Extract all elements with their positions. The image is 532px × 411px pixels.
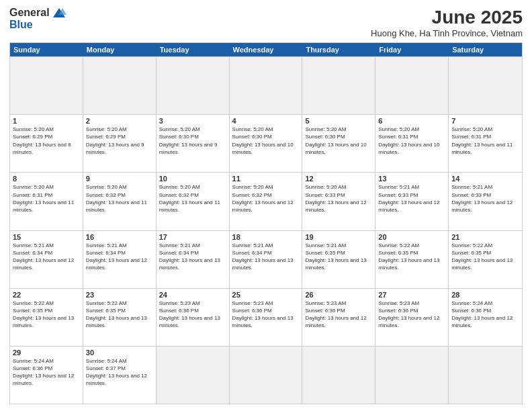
day-info: Sunrise: 5:21 AMSunset: 6:34 PMDaylight:…: [86, 242, 153, 272]
calendar-header-row: SundayMondayTuesdayWednesdayThursdayFrid…: [10, 43, 522, 56]
day-number: 5: [305, 117, 372, 125]
header: General Blue June 2025 Huong Khe, Ha Tin…: [9, 7, 523, 38]
calendar-week-row: 8Sunrise: 5:20 AMSunset: 6:31 PMDaylight…: [10, 172, 522, 230]
day-number: 26: [305, 291, 372, 299]
title-block: June 2025 Huong Khe, Ha Tinh Province, V…: [371, 7, 523, 38]
logo-blue-text: Blue: [9, 19, 33, 31]
day-info: Sunrise: 5:24 AMSunset: 6:36 PMDaylight:…: [451, 300, 519, 330]
day-info: Sunrise: 5:22 AMSunset: 6:35 PMDaylight:…: [451, 242, 519, 272]
day-number: 13: [378, 175, 445, 183]
day-number: 4: [232, 117, 300, 125]
calendar-cell: [375, 347, 449, 404]
calendar-cell: 23Sunrise: 5:22 AMSunset: 6:35 PMDayligh…: [83, 289, 157, 346]
day-info: Sunrise: 5:20 AMSunset: 6:31 PMDaylight:…: [13, 183, 80, 214]
calendar-header-cell: Saturday: [449, 43, 522, 56]
day-number: 20: [378, 233, 445, 241]
logo: General Blue: [9, 7, 66, 31]
calendar: SundayMondayTuesdayWednesdayThursdayFrid…: [9, 42, 523, 404]
day-info: Sunrise: 5:20 AMSunset: 6:30 PMDaylight:…: [305, 126, 372, 156]
day-number: 15: [13, 233, 80, 241]
calendar-cell: [157, 57, 230, 114]
calendar-cell: 15Sunrise: 5:21 AMSunset: 6:34 PMDayligh…: [10, 231, 83, 288]
calendar-cell: [375, 57, 449, 114]
day-info: Sunrise: 5:20 AMSunset: 6:32 PMDaylight:…: [232, 183, 300, 214]
calendar-cell: [449, 347, 522, 404]
day-info: Sunrise: 5:22 AMSunset: 6:35 PMDaylight:…: [13, 300, 80, 330]
day-number: 10: [159, 175, 226, 183]
day-number: 18: [232, 233, 300, 241]
calendar-cell: 6Sunrise: 5:20 AMSunset: 6:31 PMDaylight…: [375, 115, 449, 172]
day-number: 17: [159, 233, 226, 241]
day-info: Sunrise: 5:21 AMSunset: 6:34 PMDaylight:…: [159, 242, 226, 272]
calendar-body: 1Sunrise: 5:20 AMSunset: 6:29 PMDaylight…: [10, 56, 522, 404]
day-number: 28: [451, 291, 519, 299]
page: General Blue June 2025 Huong Khe, Ha Tin…: [0, 0, 532, 411]
day-number: 8: [13, 175, 80, 183]
calendar-cell: 20Sunrise: 5:22 AMSunset: 6:35 PMDayligh…: [375, 231, 449, 288]
calendar-cell: 19Sunrise: 5:21 AMSunset: 6:35 PMDayligh…: [302, 231, 375, 288]
day-info: Sunrise: 5:21 AMSunset: 6:33 PMDaylight:…: [378, 183, 445, 214]
calendar-cell: [10, 57, 83, 114]
day-number: 30: [86, 349, 153, 357]
calendar-week-row: 15Sunrise: 5:21 AMSunset: 6:34 PMDayligh…: [10, 230, 522, 288]
day-number: 16: [86, 233, 153, 241]
calendar-cell: [83, 57, 157, 114]
day-info: Sunrise: 5:20 AMSunset: 6:31 PMDaylight:…: [378, 126, 445, 156]
calendar-week-row: [10, 56, 522, 114]
logo-icon: [52, 7, 66, 19]
calendar-cell: [449, 57, 522, 114]
day-number: 21: [451, 233, 519, 241]
calendar-cell: 21Sunrise: 5:22 AMSunset: 6:35 PMDayligh…: [449, 231, 522, 288]
calendar-week-row: 22Sunrise: 5:22 AMSunset: 6:35 PMDayligh…: [10, 288, 522, 346]
day-info: Sunrise: 5:21 AMSunset: 6:34 PMDaylight:…: [13, 242, 80, 272]
calendar-week-row: 29Sunrise: 5:24 AMSunset: 6:36 PMDayligh…: [10, 346, 522, 404]
month-title: June 2025: [371, 7, 523, 28]
calendar-cell: 26Sunrise: 5:23 AMSunset: 6:36 PMDayligh…: [302, 289, 375, 346]
calendar-cell: [230, 347, 303, 404]
calendar-cell: 10Sunrise: 5:20 AMSunset: 6:32 PMDayligh…: [157, 173, 230, 230]
day-info: Sunrise: 5:23 AMSunset: 6:36 PMDaylight:…: [232, 300, 300, 330]
day-info: Sunrise: 5:21 AMSunset: 6:35 PMDaylight:…: [305, 242, 372, 272]
day-info: Sunrise: 5:24 AMSunset: 6:37 PMDaylight:…: [86, 357, 153, 387]
calendar-cell: 12Sunrise: 5:20 AMSunset: 6:33 PMDayligh…: [302, 173, 375, 230]
calendar-cell: 5Sunrise: 5:20 AMSunset: 6:30 PMDaylight…: [302, 115, 375, 172]
day-number: 24: [159, 291, 226, 299]
calendar-cell: 3Sunrise: 5:20 AMSunset: 6:30 PMDaylight…: [157, 115, 230, 172]
day-number: 7: [451, 117, 519, 125]
day-info: Sunrise: 5:23 AMSunset: 6:36 PMDaylight:…: [378, 300, 445, 330]
day-info: Sunrise: 5:20 AMSunset: 6:29 PMDaylight:…: [13, 126, 80, 156]
day-number: 19: [305, 233, 372, 241]
day-number: 27: [378, 291, 445, 299]
calendar-cell: 11Sunrise: 5:20 AMSunset: 6:32 PMDayligh…: [230, 173, 303, 230]
calendar-cell: 18Sunrise: 5:21 AMSunset: 6:34 PMDayligh…: [230, 231, 303, 288]
calendar-header-cell: Friday: [375, 43, 449, 56]
day-number: 9: [86, 175, 153, 183]
day-number: 11: [232, 175, 300, 183]
day-number: 29: [13, 349, 80, 357]
calendar-cell: 2Sunrise: 5:20 AMSunset: 6:29 PMDaylight…: [83, 115, 157, 172]
day-number: 12: [305, 175, 372, 183]
calendar-cell: 8Sunrise: 5:20 AMSunset: 6:31 PMDaylight…: [10, 173, 83, 230]
day-info: Sunrise: 5:22 AMSunset: 6:35 PMDaylight:…: [378, 242, 445, 272]
calendar-cell: 9Sunrise: 5:20 AMSunset: 6:32 PMDaylight…: [83, 173, 157, 230]
calendar-cell: [230, 57, 303, 114]
day-info: Sunrise: 5:20 AMSunset: 6:29 PMDaylight:…: [86, 126, 153, 156]
calendar-cell: 28Sunrise: 5:24 AMSunset: 6:36 PMDayligh…: [449, 289, 522, 346]
day-info: Sunrise: 5:21 AMSunset: 6:34 PMDaylight:…: [232, 242, 300, 272]
calendar-cell: 1Sunrise: 5:20 AMSunset: 6:29 PMDaylight…: [10, 115, 83, 172]
calendar-cell: 25Sunrise: 5:23 AMSunset: 6:36 PMDayligh…: [230, 289, 303, 346]
day-number: 25: [232, 291, 300, 299]
calendar-cell: 30Sunrise: 5:24 AMSunset: 6:37 PMDayligh…: [83, 347, 157, 404]
day-number: 2: [86, 117, 153, 125]
day-number: 3: [159, 117, 226, 125]
calendar-header-cell: Wednesday: [230, 43, 303, 56]
calendar-cell: 27Sunrise: 5:23 AMSunset: 6:36 PMDayligh…: [375, 289, 449, 346]
calendar-cell: 14Sunrise: 5:21 AMSunset: 6:33 PMDayligh…: [449, 173, 522, 230]
day-info: Sunrise: 5:20 AMSunset: 6:33 PMDaylight:…: [305, 183, 372, 214]
day-number: 23: [86, 291, 153, 299]
calendar-cell: [302, 347, 375, 404]
calendar-cell: 7Sunrise: 5:20 AMSunset: 6:31 PMDaylight…: [449, 115, 522, 172]
calendar-cell: [302, 57, 375, 114]
calendar-week-row: 1Sunrise: 5:20 AMSunset: 6:29 PMDaylight…: [10, 114, 522, 172]
day-info: Sunrise: 5:22 AMSunset: 6:35 PMDaylight:…: [86, 300, 153, 330]
